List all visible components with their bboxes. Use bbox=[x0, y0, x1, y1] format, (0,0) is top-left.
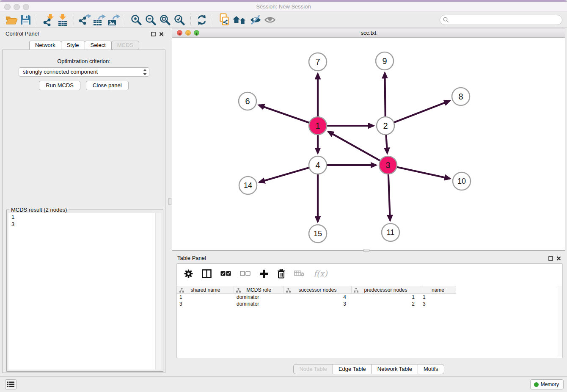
export-image-icon[interactable] bbox=[107, 13, 121, 27]
tab-mcds[interactable]: MCDS bbox=[111, 41, 139, 50]
column-header-name[interactable]: name bbox=[420, 286, 456, 294]
mcds-result-scrollbar[interactable] bbox=[155, 213, 161, 370]
mcds-result-text[interactable]: 1 3 bbox=[8, 213, 161, 370]
graph-node-11[interactable]: 11 bbox=[382, 224, 399, 241]
hide-eye-icon[interactable] bbox=[248, 13, 263, 27]
graph-edge-2-8[interactable] bbox=[385, 101, 450, 126]
optimization-select[interactable]: strongly connected component bbox=[19, 67, 149, 77]
select-all-checkboxes-icon[interactable] bbox=[220, 271, 231, 276]
close-panel-button[interactable]: Close panel bbox=[86, 81, 129, 90]
frame-zoom-icon[interactable] bbox=[194, 30, 199, 36]
hierarchy-icon bbox=[179, 288, 184, 293]
network-view-title: scc.txt bbox=[172, 28, 565, 37]
refresh-icon[interactable] bbox=[195, 13, 209, 27]
graph-node-15[interactable]: 15 bbox=[309, 225, 327, 243]
table-body: 1dominator4113dominator323 bbox=[177, 294, 456, 307]
task-history-button[interactable] bbox=[5, 379, 17, 389]
list-icon bbox=[7, 381, 14, 387]
memory-label: Memory bbox=[541, 381, 559, 387]
graph-node-2[interactable]: 2 bbox=[377, 117, 394, 135]
graph-node-6[interactable]: 6 bbox=[239, 92, 256, 110]
svg-text:9: 9 bbox=[382, 56, 387, 66]
hierarchy-icon bbox=[286, 288, 291, 293]
control-panel-tabs: NetworkStyleSelectMCDS bbox=[0, 41, 168, 50]
tab-network-table[interactable]: Network Table bbox=[372, 364, 418, 374]
network-view-titlebar: scc.txt bbox=[172, 28, 565, 38]
column-header-predecessor-nodes[interactable]: predecessor nodes bbox=[352, 286, 420, 294]
svg-text:2: 2 bbox=[383, 121, 388, 130]
column-header-shared-name[interactable]: shared name bbox=[177, 286, 234, 294]
search-box[interactable] bbox=[440, 15, 562, 25]
memory-button[interactable]: Memory bbox=[530, 379, 564, 389]
graph-edge-3-10[interactable] bbox=[388, 165, 450, 179]
table-settings-gear-icon[interactable] bbox=[184, 269, 193, 278]
home-icon[interactable] bbox=[231, 13, 248, 27]
close-panel-icon[interactable] bbox=[158, 31, 164, 36]
graph-edge-3-1[interactable] bbox=[328, 132, 388, 165]
vertical-splitter-handle[interactable] bbox=[168, 198, 171, 205]
zoom-out-icon[interactable] bbox=[143, 13, 158, 27]
close-panel-icon[interactable] bbox=[556, 256, 561, 261]
save-session-icon[interactable] bbox=[19, 13, 33, 27]
zoom-fit-icon[interactable] bbox=[158, 13, 172, 27]
frame-close-icon[interactable] bbox=[177, 30, 182, 36]
toolbar-separator bbox=[37, 14, 37, 26]
tab-style[interactable]: Style bbox=[61, 41, 85, 50]
table-scrollbar[interactable] bbox=[558, 286, 562, 356]
table-cell: dominator bbox=[234, 294, 284, 300]
delete-column-trash-icon[interactable] bbox=[277, 269, 285, 279]
table-cell: 3 bbox=[284, 301, 352, 307]
table-cell: 1 bbox=[352, 294, 420, 300]
table-cell: 1 bbox=[420, 294, 456, 300]
graph-node-14[interactable]: 14 bbox=[239, 177, 257, 194]
search-input[interactable] bbox=[449, 17, 562, 24]
table-row[interactable]: 3dominator323 bbox=[177, 301, 456, 307]
network-canvas[interactable]: 1234678910111415 bbox=[172, 38, 565, 250]
float-panel-icon[interactable] bbox=[548, 256, 553, 261]
delete-table-icon bbox=[294, 270, 305, 277]
graph-node-7[interactable]: 7 bbox=[309, 53, 327, 71]
deselect-all-checkboxes-icon[interactable] bbox=[240, 271, 250, 276]
export-network-icon[interactable] bbox=[78, 13, 92, 27]
zoom-in-icon[interactable] bbox=[129, 13, 143, 27]
table-cell: 3 bbox=[420, 301, 456, 307]
table-header-row: shared nameMCDS rolesuccessor nodesprede… bbox=[177, 286, 456, 294]
tab-node-table[interactable]: Node Table bbox=[293, 364, 333, 374]
float-panel-icon[interactable] bbox=[150, 31, 156, 36]
show-columns-icon[interactable] bbox=[202, 269, 212, 278]
zoom-selected-icon[interactable] bbox=[172, 13, 187, 27]
export-table-icon[interactable] bbox=[92, 13, 107, 27]
import-network-icon[interactable] bbox=[41, 13, 55, 27]
column-header-successor-nodes[interactable]: successor nodes bbox=[284, 286, 352, 294]
tab-network[interactable]: Network bbox=[29, 41, 61, 50]
optimization-value: strongly connected component bbox=[23, 69, 98, 75]
copy-network-icon[interactable] bbox=[217, 13, 231, 27]
graph-node-8[interactable]: 8 bbox=[452, 88, 470, 105]
column-label: MCDS role bbox=[246, 287, 271, 293]
graph-node-4[interactable]: 4 bbox=[309, 156, 327, 174]
tab-edge-table[interactable]: Edge Table bbox=[333, 364, 372, 374]
graph-node-1[interactable]: 1 bbox=[309, 117, 327, 135]
column-header-MCDS-role[interactable]: MCDS role bbox=[234, 286, 284, 294]
import-table-icon[interactable] bbox=[55, 13, 70, 27]
add-column-icon[interactable] bbox=[259, 269, 268, 278]
frame-minimize-icon[interactable] bbox=[185, 30, 191, 36]
table-row[interactable]: 1dominator411 bbox=[177, 294, 456, 301]
memory-status-icon bbox=[534, 382, 539, 387]
column-label: shared name bbox=[190, 287, 220, 293]
hierarchy-icon bbox=[236, 288, 241, 293]
toolbar-separator bbox=[125, 14, 125, 26]
tab-motifs[interactable]: Motifs bbox=[418, 364, 444, 374]
open-file-icon[interactable] bbox=[4, 13, 19, 27]
show-eye-icon[interactable] bbox=[263, 13, 277, 27]
graph-node-10[interactable]: 10 bbox=[453, 172, 471, 190]
graph-node-9[interactable]: 9 bbox=[376, 52, 394, 70]
hierarchy-icon bbox=[354, 288, 358, 293]
table-cell: 3 bbox=[177, 301, 234, 307]
horizontal-splitter-handle[interactable] bbox=[363, 249, 369, 252]
graph-node-3[interactable]: 3 bbox=[379, 156, 397, 174]
run-mcds-button[interactable]: Run MCDS bbox=[39, 81, 80, 90]
tab-select[interactable]: Select bbox=[85, 41, 112, 50]
table-cell: 4 bbox=[284, 294, 352, 300]
column-label: successor nodes bbox=[298, 287, 336, 293]
